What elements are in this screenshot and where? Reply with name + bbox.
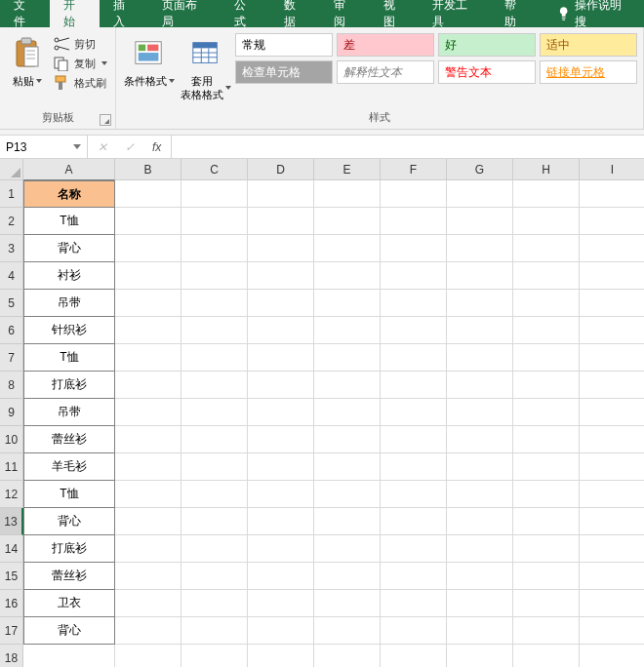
cell[interactable] [314, 235, 381, 262]
cell[interactable] [115, 262, 181, 290]
row-header[interactable]: 13 [0, 508, 23, 535]
cell[interactable] [513, 180, 580, 208]
cell[interactable] [248, 208, 314, 235]
cell[interactable] [447, 208, 513, 235]
cell[interactable] [115, 481, 181, 508]
cell[interactable] [314, 590, 381, 617]
cell[interactable] [181, 535, 248, 563]
cell[interactable] [181, 290, 248, 317]
column-header[interactable]: F [381, 159, 447, 180]
cell-style-gallery[interactable]: 常规 差 好 适中 检查单元格 解释性文本 警告文本 链接单元格 [235, 33, 637, 84]
cell[interactable] [248, 399, 314, 426]
cut-button[interactable]: 剪切 [51, 35, 109, 53]
row-header[interactable]: 5 [0, 290, 23, 317]
cell[interactable] [580, 208, 644, 235]
cell[interactable] [314, 317, 381, 344]
style-check-cell[interactable]: 检查单元格 [235, 60, 333, 84]
cell[interactable] [513, 508, 580, 535]
cell[interactable] [181, 235, 248, 262]
row-header[interactable]: 9 [0, 399, 23, 426]
cell[interactable]: 蕾丝衫 [23, 426, 115, 453]
column-header[interactable]: E [314, 159, 381, 180]
cell[interactable] [447, 481, 513, 508]
cell[interactable] [513, 535, 580, 563]
cell[interactable] [513, 317, 580, 344]
cell[interactable] [447, 535, 513, 563]
cell[interactable] [248, 453, 314, 481]
cell[interactable] [580, 426, 644, 453]
cell[interactable] [381, 262, 447, 290]
row-header[interactable]: 14 [0, 535, 23, 563]
cell[interactable] [381, 317, 447, 344]
cell[interactable] [447, 317, 513, 344]
cell[interactable] [580, 344, 644, 372]
cell[interactable] [381, 481, 447, 508]
cell[interactable] [248, 617, 314, 645]
formula-input[interactable] [172, 136, 644, 158]
cell[interactable] [381, 508, 447, 535]
cell[interactable] [314, 262, 381, 290]
cell[interactable] [314, 481, 381, 508]
tab-dev[interactable]: 开发工具 [419, 0, 491, 27]
column-header[interactable]: H [513, 159, 580, 180]
cell[interactable] [513, 290, 580, 317]
cell[interactable] [513, 481, 580, 508]
cell[interactable] [115, 372, 181, 399]
tell-me-search[interactable]: 操作说明搜 [544, 0, 644, 27]
row-header[interactable]: 17 [0, 617, 23, 645]
cell[interactable] [513, 453, 580, 481]
cell[interactable] [513, 563, 580, 590]
cell[interactable] [447, 645, 513, 667]
cell[interactable] [381, 563, 447, 590]
cell[interactable] [580, 481, 644, 508]
select-all-corner[interactable] [0, 159, 23, 180]
conditional-format-button[interactable]: 条件格式 [122, 31, 177, 88]
accept-formula-icon[interactable]: ✓ [119, 140, 141, 154]
cell[interactable] [248, 262, 314, 290]
cell[interactable] [115, 399, 181, 426]
cell[interactable] [115, 235, 181, 262]
cell[interactable] [181, 208, 248, 235]
cell[interactable] [248, 317, 314, 344]
cell[interactable] [447, 617, 513, 645]
cell[interactable] [314, 344, 381, 372]
cell[interactable] [181, 617, 248, 645]
cell[interactable] [115, 426, 181, 453]
cell[interactable] [381, 344, 447, 372]
tab-file[interactable]: 文件 [0, 0, 50, 27]
cell[interactable] [447, 399, 513, 426]
cell[interactable] [381, 372, 447, 399]
style-explain[interactable]: 解释性文本 [337, 60, 434, 84]
cell[interactable] [580, 645, 644, 667]
cell[interactable]: 背心 [23, 508, 115, 535]
cell[interactable] [248, 344, 314, 372]
cell[interactable]: 蕾丝衫 [23, 563, 115, 590]
cell[interactable] [248, 590, 314, 617]
cancel-formula-icon[interactable]: ✕ [92, 140, 113, 154]
cell[interactable] [513, 235, 580, 262]
tab-data[interactable]: 数据 [270, 0, 320, 27]
cell[interactable]: 吊带 [23, 290, 115, 317]
cell[interactable] [115, 508, 181, 535]
row-header[interactable]: 3 [0, 235, 23, 262]
cell[interactable] [115, 645, 181, 667]
cell[interactable] [181, 481, 248, 508]
cell[interactable] [447, 344, 513, 372]
cell[interactable] [248, 481, 314, 508]
paste-button[interactable]: 粘贴 [6, 31, 49, 88]
row-header[interactable]: 8 [0, 372, 23, 399]
cell[interactable] [248, 372, 314, 399]
cell[interactable] [580, 262, 644, 290]
cell[interactable]: 卫衣 [23, 590, 115, 617]
cell[interactable] [580, 235, 644, 262]
row-header[interactable]: 1 [0, 180, 23, 208]
cell[interactable]: 衬衫 [23, 262, 115, 290]
column-header[interactable]: A [23, 159, 115, 180]
cell[interactable] [513, 399, 580, 426]
cell[interactable] [513, 426, 580, 453]
cell[interactable]: 吊带 [23, 399, 115, 426]
cell[interactable] [580, 617, 644, 645]
copy-button[interactable]: 复制 [51, 55, 109, 72]
row-header[interactable]: 10 [0, 426, 23, 453]
cell[interactable] [580, 590, 644, 617]
